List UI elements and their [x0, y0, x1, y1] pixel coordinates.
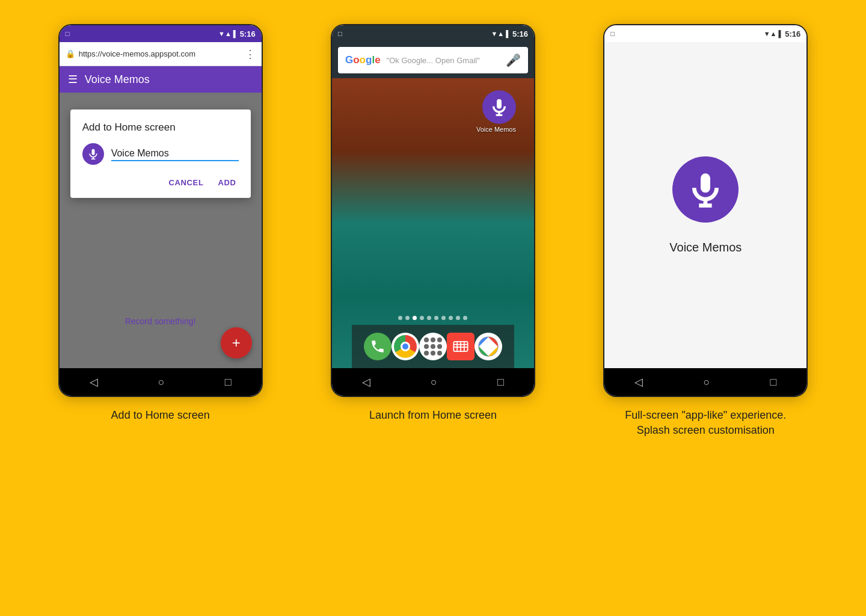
time-2: 5:16	[512, 29, 528, 38]
recent-button-1[interactable]: □	[225, 376, 232, 389]
page-dots	[398, 316, 467, 325]
url-bar[interactable]: 🔒 https://voice-memos.appspot.com ⋮	[60, 42, 262, 66]
phone-icon-3: □	[610, 30, 615, 37]
svg-point-13	[485, 343, 493, 351]
google-mic-icon[interactable]: 🎤	[506, 53, 521, 67]
phone-section-2: □ ▼▲ ▌ 5:16 Google "Ok Google... Open Gm…	[309, 24, 557, 423]
phone-icon-1: □	[66, 30, 70, 37]
battery-icon-2: ▌	[506, 30, 511, 37]
chrome-ring	[394, 335, 417, 358]
dialog-title: Add to Home screen	[82, 122, 239, 134]
nav-bar-3: ◁ ○ □	[604, 368, 806, 396]
cancel-button[interactable]: CANCEL	[166, 174, 206, 191]
phone-icon-2: □	[338, 30, 342, 37]
home-button-2[interactable]: ○	[431, 376, 437, 389]
fab-plus-icon: +	[232, 334, 241, 351]
app-title-1: Voice Memos	[85, 73, 150, 86]
dot-3	[413, 316, 417, 320]
status-bar-1: □ ▼▲ ▌ 5:16	[60, 25, 262, 42]
status-bar-3: □ ▼▲ ▌ 5:16	[604, 25, 806, 42]
battery-icon-1: ▌	[233, 30, 238, 37]
hamburger-icon[interactable]: ☰	[68, 73, 78, 86]
grid-dots	[424, 337, 442, 356]
google-search-inner[interactable]: Google "Ok Google... Open Gmail" 🎤	[338, 47, 528, 73]
time-1: 5:16	[240, 29, 256, 38]
status-icons-2: ▼▲ ▌ 5:16	[491, 29, 528, 38]
status-icons-1: ▼▲ ▌ 5:16	[218, 29, 256, 38]
phone-section-1: □ ▼▲ ▌ 5:16 🔒 https://voice-memos.appspo…	[36, 24, 284, 423]
dialog-input-field[interactable]: Voice Memos	[111, 147, 239, 161]
search-hint: "Ok Google... Open Gmail"	[387, 56, 500, 65]
dot-1	[398, 316, 402, 320]
dot-2	[405, 316, 410, 320]
dot-9	[456, 316, 460, 320]
recent-button-2[interactable]: □	[497, 376, 504, 389]
google-logo: Google	[345, 54, 381, 66]
lock-icon: 🔒	[66, 49, 75, 58]
home-icon-area: Voice Memos	[332, 84, 534, 133]
add-button[interactable]: ADD	[216, 174, 239, 191]
phone-3: □ ▼▲ ▌ 5:16 Voice Memos	[603, 24, 808, 397]
back-button-1[interactable]: ◁	[90, 375, 98, 389]
battery-icon-3: ▌	[778, 30, 783, 37]
phone-2: □ ▼▲ ▌ 5:16 Google "Ok Google... Open Gm…	[331, 24, 535, 397]
dialog-input-row: Voice Memos	[82, 143, 239, 165]
signal-icon-2: ▼▲	[491, 30, 504, 37]
url-text: https://voice-memos.appspot.com	[79, 49, 241, 58]
signal-icon-3: ▼▲	[764, 30, 777, 37]
dock-chrome-icon[interactable]	[392, 333, 419, 360]
dot-4	[420, 316, 424, 320]
svg-rect-0	[91, 149, 94, 155]
fab-button[interactable]: +	[221, 327, 252, 359]
home-button-3[interactable]: ○	[703, 376, 710, 389]
splash-app-name: Voice Memos	[669, 241, 742, 254]
caption-1: Add to Home screen	[111, 408, 210, 423]
chrome-center	[401, 342, 410, 351]
nav-bar-1: ◁ ○ □	[60, 368, 262, 396]
dot-7	[441, 316, 446, 320]
time-3: 5:16	[785, 29, 800, 38]
back-button-2[interactable]: ◁	[362, 375, 370, 389]
dot-10	[463, 316, 467, 320]
phones-row: □ ▼▲ ▌ 5:16 🔒 https://voice-memos.appspo…	[36, 24, 830, 438]
google-search-bar: Google "Ok Google... Open Gmail" 🎤	[332, 42, 534, 78]
wallpaper: Voice Memos	[332, 78, 534, 368]
home-button-1[interactable]: ○	[158, 376, 165, 389]
caption-2: Launch from Home screen	[369, 408, 497, 423]
dock-video-icon[interactable]	[447, 333, 474, 360]
dot-5	[427, 316, 431, 320]
caption-3: Full-screen "app-like" experience. Splas…	[609, 408, 802, 438]
splash-content: Voice Memos	[604, 42, 806, 368]
status-bar-2: □ ▼▲ ▌ 5:16	[332, 25, 534, 42]
recent-button-3[interactable]: □	[770, 376, 776, 389]
dock-grid-icon[interactable]	[419, 333, 447, 360]
svg-rect-14	[701, 173, 710, 192]
add-to-home-dialog: Add to Home screen Voice Memos	[70, 109, 251, 198]
dock	[352, 325, 514, 368]
dot-8	[449, 316, 453, 320]
app-bar-1: ☰ Voice Memos	[60, 66, 262, 93]
mic-icon-dialog	[82, 143, 104, 165]
dock-gallery-icon[interactable]	[474, 333, 502, 360]
dock-phone-icon[interactable]	[364, 333, 392, 360]
record-text: Record something!	[60, 316, 262, 326]
status-icons-3: ▼▲ ▌ 5:16	[764, 29, 801, 38]
svg-rect-3	[497, 99, 502, 109]
voice-memos-home-label: Voice Memos	[476, 126, 516, 133]
menu-dots-icon[interactable]: ⋮	[245, 48, 256, 61]
signal-icon-1: ▼▲	[218, 30, 232, 37]
back-button-3[interactable]: ◁	[634, 375, 643, 389]
dot-6	[434, 316, 438, 320]
voice-memos-home-icon[interactable]	[482, 90, 516, 124]
phone-section-3: □ ▼▲ ▌ 5:16 Voice Memos	[582, 24, 830, 438]
nav-bar-2: ◁ ○ □	[332, 368, 534, 396]
splash-mic-icon	[672, 156, 739, 223]
phone-1: □ ▼▲ ▌ 5:16 🔒 https://voice-memos.appspo…	[58, 24, 263, 397]
dialog-buttons: CANCEL ADD	[82, 174, 239, 191]
app-content-1: Add to Home screen Voice Memos	[60, 93, 262, 368]
